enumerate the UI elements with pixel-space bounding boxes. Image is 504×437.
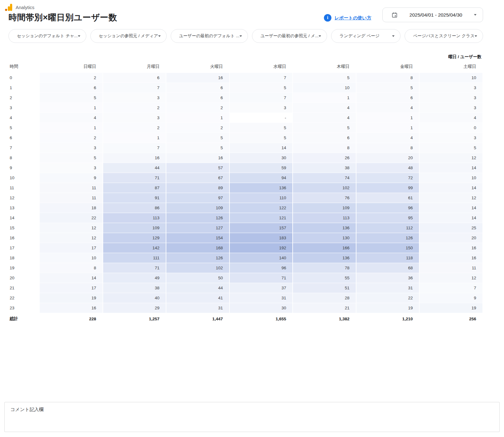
value-cell: 74 xyxy=(293,173,356,183)
value-cell: 7 xyxy=(103,83,166,93)
report-help-link[interactable]: レポートの使い方 xyxy=(335,15,371,21)
filter-chip-2[interactable]: セッションの参照元 / メディア xyxy=(90,29,167,43)
value-cell: 4 xyxy=(356,103,419,113)
header-row: 時間日曜日月曜日火曜日水曜日木曜日金曜日土曜日 xyxy=(9,61,482,73)
hour-cell: 2 xyxy=(9,93,39,103)
table-row: 62155643 xyxy=(9,133,482,143)
value-cell: 110 xyxy=(230,193,293,203)
table-row: 211738443751317 xyxy=(9,283,482,293)
value-cell: 6 xyxy=(40,83,103,93)
value-cell: 113 xyxy=(293,213,356,223)
hour-cell: 11 xyxy=(9,183,39,193)
value-cell: 4 xyxy=(40,113,103,123)
table-row: 171714216819216615016 xyxy=(9,243,482,253)
col-header-day: 水曜日 xyxy=(230,61,293,73)
value-cell: 2 xyxy=(103,123,166,133)
value-cell: 50 xyxy=(166,273,229,283)
hour-cell: 23 xyxy=(9,303,39,313)
value-cell: 1 xyxy=(103,133,166,143)
col-header-day: 土曜日 xyxy=(420,61,482,73)
value-cell: 5 xyxy=(166,133,229,143)
hour-cell: 16 xyxy=(9,233,39,243)
value-cell: 9 xyxy=(420,293,482,303)
value-cell: 3 xyxy=(40,163,103,173)
value-cell: 136 xyxy=(293,223,356,233)
value-cell: 5 xyxy=(293,123,356,133)
value-cell: 59 xyxy=(230,163,293,173)
value-cell: 109 xyxy=(166,203,229,213)
hour-cell: 6 xyxy=(9,133,39,143)
info-icon[interactable]: i xyxy=(324,14,331,22)
value-cell: 1 xyxy=(356,113,419,123)
date-range-picker[interactable]: 2025/04/01 - 2025/04/30 xyxy=(382,8,483,22)
value-cell: 40 xyxy=(103,293,166,303)
table-row: 109716794747210 xyxy=(9,173,482,183)
value-cell: 3 xyxy=(420,133,482,143)
value-cell: 126 xyxy=(166,253,229,263)
page-title: 時間帯別×曜日別ユーザー数 xyxy=(8,12,117,23)
value-cell: 20 xyxy=(420,233,482,243)
value-cell: 30 xyxy=(230,153,293,163)
value-cell: 44 xyxy=(103,163,166,173)
value-cell: 2 xyxy=(40,73,103,83)
col-header-day: 火曜日 xyxy=(166,61,229,73)
value-cell: 72 xyxy=(356,173,419,183)
value-cell: 12 xyxy=(40,233,103,243)
table-row: 14221131261211139514 xyxy=(9,213,482,223)
value-cell: 22 xyxy=(40,213,103,223)
value-cell: 192 xyxy=(230,243,293,253)
table-row: 1318861091221099614 xyxy=(9,203,482,213)
value-cell: 3 xyxy=(40,143,103,153)
value-cell: 18 xyxy=(40,203,103,213)
hour-cell: 9 xyxy=(9,163,39,173)
value-cell: 6 xyxy=(166,83,229,93)
hour-cell: 13 xyxy=(9,203,39,213)
value-cell: 109 xyxy=(103,223,166,233)
comment-box[interactable]: コメント記入欄 xyxy=(4,402,500,432)
filter-row: セッションのデフォルト チャ...セッションの参照元 / メディアユーザーの最初… xyxy=(8,29,483,43)
value-cell: 31 xyxy=(230,293,293,303)
value-cell: 49 xyxy=(103,273,166,283)
value-cell: 1 xyxy=(166,113,229,123)
value-cell: 96 xyxy=(356,203,419,213)
value-cell: 130 xyxy=(293,233,356,243)
value-cell: 0 xyxy=(420,123,482,133)
value-cell: 126 xyxy=(356,233,419,243)
filter-chip-label: セッションのデフォルト チャ... xyxy=(17,33,78,39)
value-cell: 5 xyxy=(230,83,293,93)
hour-cell: 0 xyxy=(9,73,39,83)
filter-chip-3[interactable]: ユーザーの最初のデフォルト ... xyxy=(171,29,248,43)
filter-chip-label: ランディング ページ xyxy=(340,33,392,39)
total-cell: 1,655 xyxy=(230,313,293,323)
value-cell: 8 xyxy=(356,143,419,153)
value-cell: 68 xyxy=(356,263,419,273)
filter-chip-1[interactable]: セッションのデフォルト チャ... xyxy=(8,29,86,43)
total-cell: 1,447 xyxy=(166,313,229,323)
col-header-hour: 時間 xyxy=(9,61,39,73)
value-cell: 1 xyxy=(356,123,419,133)
filter-chip-4[interactable]: ユーザーの最初の参照元 / メ... xyxy=(252,29,327,43)
value-cell: 2 xyxy=(103,103,166,113)
filter-chip-label: ユーザーの最初のデフォルト ... xyxy=(179,33,239,39)
value-cell: 17 xyxy=(40,283,103,293)
value-cell: 7 xyxy=(420,283,482,293)
comment-placeholder: コメント記入欄 xyxy=(10,407,43,412)
filter-chip-label: ページパスとスクリーン クラス xyxy=(413,33,475,39)
hour-cell: 21 xyxy=(9,283,39,293)
value-cell: 14 xyxy=(420,183,482,193)
value-cell: 140 xyxy=(230,253,293,263)
filter-chip-6[interactable]: ページパスとスクリーン クラス xyxy=(405,29,483,43)
total-cell: 256 xyxy=(420,313,482,323)
value-cell: 12 xyxy=(420,273,482,283)
filter-chip-5[interactable]: ランディング ページ xyxy=(331,29,401,43)
hour-cell: 10 xyxy=(9,173,39,183)
chevron-down-icon xyxy=(392,35,395,37)
value-cell: 71 xyxy=(103,263,166,273)
hour-cell: 19 xyxy=(9,263,39,273)
value-cell: 41 xyxy=(166,293,229,303)
hour-cell: 1 xyxy=(9,83,39,93)
value-cell: 10 xyxy=(420,173,482,183)
value-cell: 14 xyxy=(420,203,482,213)
table-row: 167651053 xyxy=(9,83,482,93)
value-cell: 8 xyxy=(40,263,103,273)
